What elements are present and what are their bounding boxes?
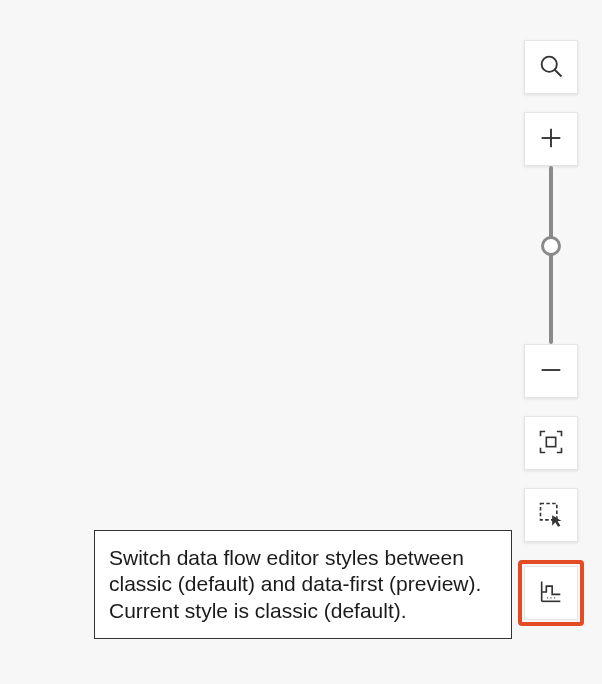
svg-point-8 xyxy=(550,597,551,598)
zoom-slider-handle[interactable] xyxy=(541,236,561,256)
switch-style-tooltip: Switch data flow editor styles between c… xyxy=(94,530,512,639)
svg-rect-5 xyxy=(546,437,555,446)
zoom-out-button[interactable] xyxy=(524,344,578,398)
svg-point-9 xyxy=(554,597,555,598)
zoom-slider-track[interactable] xyxy=(549,166,553,344)
minus-icon xyxy=(537,356,565,387)
svg-line-1 xyxy=(555,69,562,76)
switch-editor-style-button[interactable] xyxy=(524,566,578,620)
fit-to-screen-icon xyxy=(537,428,565,459)
selection-cursor-icon xyxy=(537,500,565,531)
svg-point-0 xyxy=(542,56,557,71)
plus-icon xyxy=(537,124,565,155)
svg-point-7 xyxy=(547,597,548,598)
tooltip-text: Switch data flow editor styles between c… xyxy=(109,546,481,622)
zoom-in-button[interactable] xyxy=(524,112,578,166)
fit-to-screen-button[interactable] xyxy=(524,416,578,470)
switch-style-highlight xyxy=(518,560,584,626)
canvas-toolbar xyxy=(518,40,584,626)
search-button[interactable] xyxy=(524,40,578,94)
selection-mode-button[interactable] xyxy=(524,488,578,542)
editor-style-icon xyxy=(537,578,565,609)
search-icon xyxy=(537,52,565,83)
